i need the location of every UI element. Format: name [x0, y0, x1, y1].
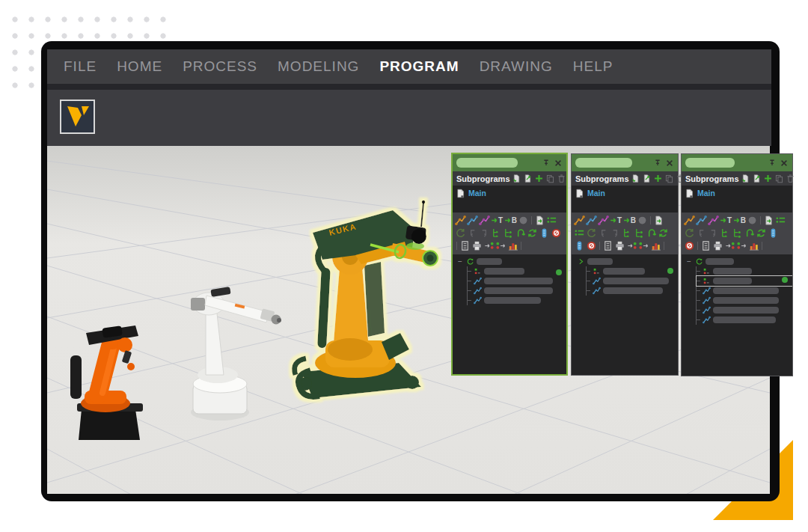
tree-node[interactable] [587, 286, 678, 296]
move-to-t-icon[interactable]: T [610, 215, 622, 226]
stop-icon[interactable] [684, 240, 695, 251]
app-logo-button[interactable] [60, 100, 95, 134]
tree-node[interactable] [587, 276, 678, 286]
record-circle-icon[interactable] [637, 215, 648, 226]
close-icon[interactable] [665, 159, 674, 168]
record-circle-icon[interactable] [518, 215, 529, 226]
robot-compact-orange[interactable] [70, 325, 143, 440]
branch-icon[interactable] [491, 227, 502, 239]
program-doc-icon[interactable] [653, 215, 664, 226]
menu-item-program[interactable]: PROGRAM [379, 58, 459, 75]
signal-in-icon[interactable] [495, 240, 506, 251]
close-icon[interactable] [780, 159, 789, 168]
jog-path-orange-icon[interactable] [574, 215, 585, 226]
record-circle-icon[interactable] [747, 215, 758, 226]
column-icon[interactable] [539, 227, 550, 239]
copy-icon[interactable] [774, 174, 784, 183]
branch-icon[interactable] [720, 227, 731, 239]
panel-title-bar[interactable] [572, 154, 678, 171]
branch-icon[interactable] [622, 227, 633, 239]
refresh-icon[interactable] [756, 227, 767, 239]
new-program-icon[interactable] [512, 174, 521, 183]
main-program-item[interactable]: Main [572, 186, 678, 201]
jog-path-blue-icon[interactable] [696, 215, 707, 226]
jog-path-orange-icon[interactable] [684, 215, 695, 226]
tree-node[interactable] [468, 266, 566, 276]
tree-node-selected[interactable] [697, 276, 792, 286]
robot-white[interactable] [191, 287, 281, 421]
document-icon[interactable] [602, 240, 613, 251]
jog-path-magenta-icon[interactable] [479, 215, 490, 226]
pin-icon[interactable] [768, 159, 777, 168]
tree-node[interactable] [468, 296, 566, 305]
document-icon[interactable] [459, 240, 471, 251]
menu-item-help[interactable]: HELP [573, 58, 613, 75]
uturn-icon[interactable] [744, 227, 755, 239]
uturn-icon[interactable] [646, 227, 657, 239]
menu-item-modeling[interactable]: MODELING [278, 58, 359, 75]
loop-icon[interactable] [586, 227, 597, 239]
tree-node[interactable] [697, 315, 792, 325]
bar-chart-icon[interactable] [748, 240, 759, 251]
jog-path-blue-icon[interactable] [467, 215, 478, 226]
uturn-icon[interactable] [515, 227, 526, 239]
tree-node[interactable] [697, 305, 792, 315]
statement-list-icon[interactable] [574, 227, 585, 239]
tree-node[interactable] [468, 286, 566, 296]
branch-alt-icon[interactable] [634, 227, 645, 239]
panel-title-bar[interactable] [682, 154, 792, 171]
new-program-icon[interactable] [631, 174, 640, 183]
copy-icon[interactable] [664, 174, 674, 183]
edit-program-icon[interactable] [523, 174, 533, 183]
return-right-icon[interactable] [610, 227, 621, 239]
jog-path-blue-icon[interactable] [586, 215, 597, 226]
printer-icon[interactable] [712, 240, 723, 251]
column-icon[interactable] [574, 240, 585, 251]
tree-root-node[interactable]: − [686, 257, 792, 266]
edit-program-icon[interactable] [752, 174, 762, 183]
panel-title-bar[interactable] [453, 154, 566, 171]
return-left-icon[interactable] [467, 227, 478, 239]
printer-icon[interactable] [471, 240, 483, 251]
printer-icon[interactable] [614, 240, 625, 251]
pin-icon[interactable] [542, 159, 551, 168]
add-icon[interactable] [763, 174, 773, 183]
copy-icon[interactable] [545, 174, 555, 183]
signal-out-icon[interactable] [626, 240, 637, 251]
tree-node[interactable] [587, 266, 678, 276]
robot-kuka-selected[interactable]: KUKA [295, 201, 438, 398]
add-icon[interactable] [534, 174, 544, 183]
program-doc-icon[interactable] [763, 215, 774, 226]
move-to-t-icon[interactable]: T [720, 215, 732, 226]
menu-item-drawing[interactable]: DRAWING [480, 58, 553, 75]
bar-chart-icon[interactable] [650, 240, 661, 251]
move-to-t-icon[interactable]: T [491, 215, 504, 226]
delete-icon[interactable] [786, 174, 795, 183]
main-program-item[interactable]: Main [682, 186, 792, 201]
refresh-icon[interactable] [527, 227, 538, 239]
main-program-item[interactable]: Main [453, 186, 566, 201]
tree-node[interactable] [697, 296, 792, 305]
return-right-icon[interactable] [708, 227, 719, 239]
tree-node[interactable] [697, 286, 792, 296]
close-icon[interactable] [554, 159, 563, 168]
stop-icon[interactable] [551, 227, 562, 239]
program-doc-icon[interactable] [534, 215, 545, 226]
menu-item-process[interactable]: PROCESS [183, 58, 257, 75]
signal-in-icon[interactable] [638, 240, 649, 251]
refresh-icon[interactable] [658, 227, 669, 239]
jog-path-magenta-icon[interactable] [708, 215, 719, 226]
signal-in-icon[interactable] [736, 240, 747, 251]
tree-node[interactable] [468, 276, 566, 286]
edit-program-icon[interactable] [642, 174, 652, 183]
program-tree[interactable]: − [453, 254, 566, 374]
new-program-icon[interactable] [741, 174, 750, 183]
jog-path-magenta-icon[interactable] [598, 215, 609, 226]
chevron-right-icon[interactable] [576, 257, 585, 266]
return-left-icon[interactable] [696, 227, 707, 239]
column-icon[interactable] [768, 227, 779, 239]
statement-list-icon[interactable] [775, 215, 786, 226]
signal-out-icon[interactable] [483, 240, 495, 251]
document-icon[interactable] [700, 240, 711, 251]
pin-icon[interactable] [653, 159, 662, 168]
